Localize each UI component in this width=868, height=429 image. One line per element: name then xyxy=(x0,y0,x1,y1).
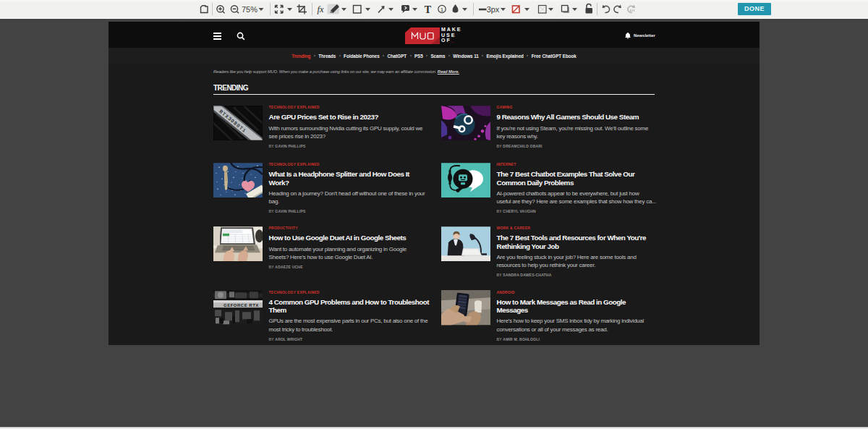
svg-text:T: T xyxy=(425,4,432,15)
svg-text:75%: 75% xyxy=(242,5,258,14)
svg-text:fx: fx xyxy=(317,4,323,14)
svg-text:3px: 3px xyxy=(487,5,500,14)
svg-text:1: 1 xyxy=(441,7,444,13)
svg-text:GEFORCE RTX: GEFORCE RTX xyxy=(224,303,259,307)
